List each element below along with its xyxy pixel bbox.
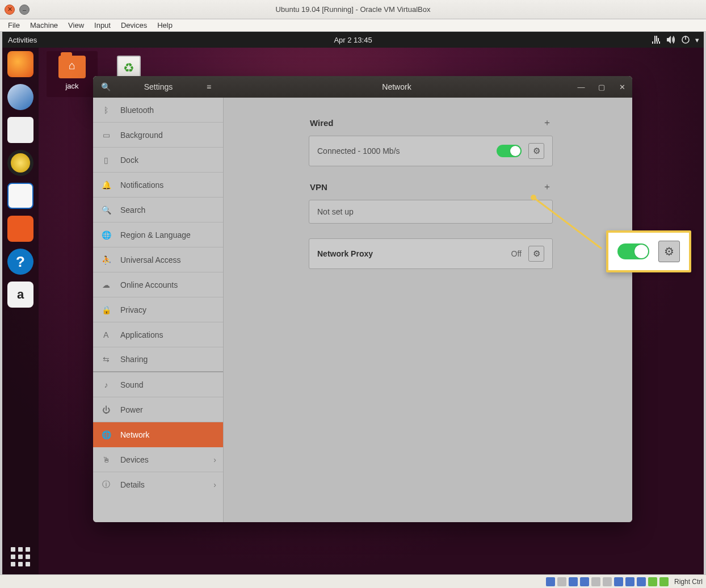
sharing-icon: ⇆	[101, 355, 111, 364]
desktop-icon-home-label: jack	[49, 82, 95, 90]
vpn-add-button[interactable]: ＋	[543, 181, 552, 193]
vb-status-audio-icon[interactable]	[569, 577, 578, 586]
dock-app-libreoffice-writer[interactable]	[7, 183, 33, 209]
sidebar-item-details[interactable]: ⓘDetails›	[93, 472, 223, 497]
vb-status-harddisk-icon[interactable]	[546, 577, 555, 586]
vb-status-vcpu-icon[interactable]	[637, 577, 646, 586]
settings-window: 🔍 Settings ≡ Network — ▢ ✕ ᛒBluetooth▭Ba…	[93, 76, 632, 522]
dock-app-thunderbird[interactable]	[7, 84, 33, 110]
vb-status-recording-icon[interactable]	[625, 577, 634, 586]
sidebar-item-label: Bluetooth	[120, 106, 154, 115]
wired-connection-row: Connected - 1000 Mb/s ⚙	[309, 136, 553, 166]
sidebar-item-power[interactable]: ⏻Power	[93, 397, 223, 422]
vpn-section-title: VPN	[310, 182, 327, 192]
wired-section-title: Wired	[310, 118, 334, 128]
desktop-icon-home[interactable]: jack	[47, 51, 98, 97]
vb-menu-file[interactable]: File	[3, 20, 24, 31]
privacy-icon: 🔒	[101, 305, 111, 314]
wired-add-button[interactable]: ＋	[543, 117, 552, 129]
dock-app-files[interactable]	[7, 117, 33, 143]
sidebar-item-background[interactable]: ▭Background	[93, 123, 223, 148]
search-icon: 🔍	[101, 205, 111, 215]
virtualbox-statusbar: Right Ctrl	[0, 574, 706, 588]
callout-gear-icon: ⚙	[658, 241, 680, 262]
vb-menu-input[interactable]: Input	[90, 20, 115, 31]
svg-rect-1	[685, 36, 686, 40]
sidebar-item-notifications[interactable]: 🔔Notifications	[93, 173, 223, 198]
vb-menu-view[interactable]: View	[64, 20, 89, 31]
region-icon: 🌐	[101, 230, 111, 240]
power-tray-icon[interactable]	[682, 36, 690, 44]
virtualbox-menubar: File Machine View Input Devices Help	[0, 19, 706, 32]
settings-hamburger-button[interactable]: ≡	[207, 82, 211, 91]
vpn-row: Not set up	[309, 200, 553, 224]
settings-maximize-button[interactable]: ▢	[591, 76, 612, 98]
sidebar-item-network[interactable]: 🌐Network	[93, 422, 223, 447]
proxy-title: Network Proxy	[317, 249, 373, 258]
wired-settings-button[interactable]: ⚙	[528, 143, 544, 159]
sidebar-item-label: Sharing	[120, 355, 148, 364]
sidebar-item-devices[interactable]: 🖱Devices›	[93, 447, 223, 472]
sidebar-item-label: Notifications	[120, 180, 163, 190]
sidebar-item-label: Sound	[120, 380, 143, 389]
dock-app-firefox[interactable]	[7, 51, 33, 77]
vb-status-mouse-integration-icon[interactable]	[659, 577, 669, 586]
vb-status-display-icon[interactable]	[614, 577, 623, 586]
sidebar-item-label: Applications	[120, 330, 163, 339]
wired-status-text: Connected - 1000 Mb/s	[317, 146, 400, 156]
bluetooth-icon: ᛒ	[101, 106, 111, 115]
vb-menu-machine[interactable]: Machine	[26, 20, 62, 31]
volume-tray-icon[interactable]	[667, 36, 676, 44]
settings-minimize-button[interactable]: —	[571, 76, 591, 98]
vb-hostkey-label: Right Ctrl	[674, 578, 703, 586]
dock-app-amazon[interactable]: a	[7, 282, 33, 308]
network-tray-icon[interactable]	[652, 36, 661, 44]
sidebar-item-label: Power	[120, 405, 143, 414]
sidebar-item-bluetooth[interactable]: ᛒBluetooth	[93, 98, 223, 123]
proxy-settings-button[interactable]: ⚙	[528, 246, 544, 262]
settings-close-button[interactable]: ✕	[612, 76, 632, 98]
vb-menu-help[interactable]: Help	[153, 20, 177, 31]
vb-status-shared-folders-icon[interactable]	[603, 577, 612, 586]
dock-icon: ▯	[101, 156, 111, 165]
settings-app-title: Settings	[93, 82, 224, 91]
annotation-callout: ⚙	[606, 230, 691, 272]
sidebar-item-universal[interactable]: ⛹Universal Access	[93, 247, 223, 272]
vpn-status-text: Not set up	[317, 207, 354, 216]
dock-app-rhythmbox[interactable]	[7, 150, 33, 176]
callout-wired-toggle	[617, 243, 649, 259]
online-icon: ☁	[101, 280, 111, 289]
sidebar-item-label: Details	[120, 480, 145, 489]
apps-icon: 𝖠	[101, 330, 111, 339]
background-icon: ▭	[101, 131, 111, 140]
sidebar-item-sharing[interactable]: ⇆Sharing	[93, 347, 223, 372]
sidebar-item-region[interactable]: 🌐Region & Language	[93, 222, 223, 247]
sidebar-item-online[interactable]: ☁Online Accounts	[93, 272, 223, 297]
sidebar-item-dock[interactable]: ▯Dock	[93, 148, 223, 173]
sidebar-item-label: Online Accounts	[120, 280, 178, 289]
vb-status-usb-icon[interactable]	[591, 577, 600, 586]
chevron-right-icon: ›	[213, 480, 216, 489]
details-icon: ⓘ	[101, 480, 111, 490]
topbar-clock[interactable]: Apr 2 13:45	[2, 36, 704, 44]
sidebar-item-privacy[interactable]: 🔒Privacy	[93, 297, 223, 322]
wired-toggle[interactable]	[497, 145, 522, 157]
vb-status-network-icon[interactable]	[580, 577, 589, 586]
dock-app-ubuntu-software[interactable]	[7, 216, 33, 242]
dock-app-help[interactable]: ?	[7, 249, 33, 275]
universal-icon: ⛹	[101, 255, 111, 264]
sound-icon: ♪	[101, 380, 111, 389]
vb-menu-devices[interactable]: Devices	[116, 20, 152, 31]
sidebar-item-search[interactable]: 🔍Search	[93, 198, 223, 222]
dock-show-applications[interactable]	[11, 547, 30, 566]
vb-status-guest-additions-icon[interactable]	[648, 577, 657, 586]
devices-icon: 🖱	[101, 455, 111, 464]
sidebar-item-label: Background	[120, 131, 163, 140]
system-menu-chevron-icon[interactable]: ▾	[695, 36, 699, 44]
sidebar-item-label: Network	[120, 430, 149, 439]
sidebar-item-apps[interactable]: 𝖠Applications	[93, 322, 223, 347]
settings-content: Wired ＋ Connected - 1000 Mb/s ⚙	[224, 98, 632, 522]
vb-status-optical-icon[interactable]	[557, 577, 566, 586]
sidebar-item-sound[interactable]: ♪Sound	[93, 372, 223, 397]
vb-window-title: Ubuntu 19.04 [Running] - Oracle VM Virtu…	[0, 5, 706, 14]
